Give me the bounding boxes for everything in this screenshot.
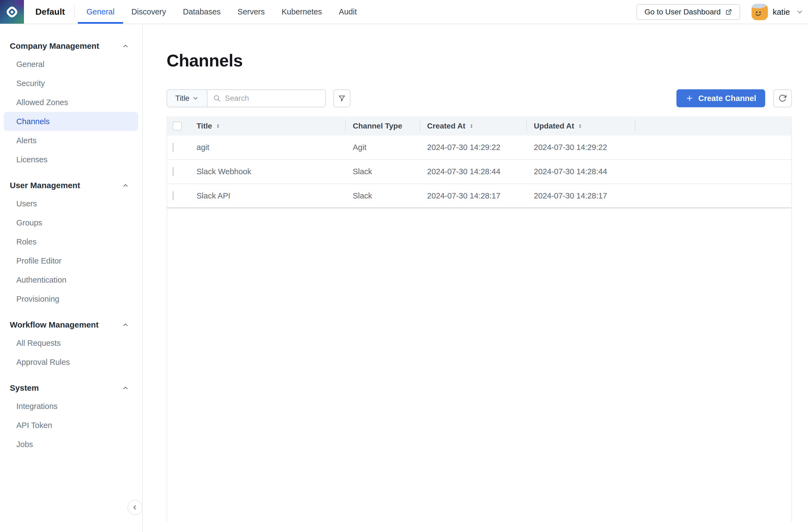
column-header-updated-at[interactable]: Updated At (526, 116, 635, 136)
refresh-button[interactable] (773, 89, 792, 107)
sidebar-section-system: System Integrations API Token Jobs (0, 379, 142, 454)
select-all-checkbox[interactable] (173, 121, 182, 131)
tab-audit[interactable]: Audit (330, 0, 365, 24)
chevron-up-icon (122, 384, 129, 392)
top-navbar: Default General Discovery Databases Serv… (0, 0, 809, 24)
chevron-up-icon (122, 42, 129, 50)
table-row[interactable]: Slack API Slack 2024-07-30 14:28:17 2024… (167, 184, 791, 208)
row-checkbox-cell (167, 191, 191, 200)
tab-discovery[interactable]: Discovery (123, 0, 174, 24)
cell-updated-at: 2024-07-30 14:29:22 (526, 143, 635, 152)
cell-title: Slack Webhook (191, 167, 345, 176)
column-header-channel-type: Channel Type (345, 116, 419, 136)
table-row[interactable]: Slack Webhook Slack 2024-07-30 14:28:44 … (167, 160, 791, 184)
chevron-up-icon (122, 182, 129, 189)
tab-general[interactable]: General (78, 0, 123, 24)
sidebar-item-api-token[interactable]: API Token (4, 416, 138, 435)
main-content: Channels Title Create Channel (143, 24, 809, 532)
avatar-face-icon (752, 4, 768, 20)
go-to-user-dashboard-button[interactable]: Go to User Dashboard (636, 4, 740, 20)
column-label: Channel Type (353, 122, 402, 131)
sidebar-header-user-management[interactable]: User Management (0, 177, 142, 194)
tab-kubernetes[interactable]: Kubernetes (273, 0, 330, 24)
app-logo-icon (5, 5, 19, 19)
sidebar-item-authentication[interactable]: Authentication (4, 270, 138, 289)
chevron-up-icon (122, 321, 129, 328)
plus-icon (685, 94, 693, 102)
sidebar-section-workflow-management: Workflow Management All Requests Approva… (0, 316, 142, 372)
cell-updated-at: 2024-07-30 14:28:44 (526, 167, 635, 176)
sidebar-collapse-button[interactable] (127, 500, 143, 515)
column-label: Title (196, 122, 212, 131)
workspace-name: Default (35, 7, 65, 17)
sidebar-section-title: Workflow Management (10, 320, 99, 329)
go-to-user-dashboard-label: Go to User Dashboard (644, 7, 721, 16)
sidebar-item-users[interactable]: Users (4, 194, 138, 213)
sidebar-section-user-management: User Management Users Groups Roles Profi… (0, 177, 142, 308)
search-input[interactable] (225, 94, 320, 103)
sidebar-item-licenses[interactable]: Licenses (4, 150, 138, 169)
sidebar-section-title: System (10, 383, 39, 393)
sidebar-section-title: Company Management (10, 41, 99, 51)
search-field-selector[interactable]: Title (167, 90, 207, 107)
sidebar-item-groups[interactable]: Groups (4, 213, 138, 232)
table-toolbar: Title Create Channel (167, 89, 792, 107)
sidebar-item-integrations[interactable]: Integrations (4, 397, 138, 416)
search-group: Title (167, 89, 326, 107)
search-box (207, 90, 325, 107)
row-checkbox-cell (167, 143, 191, 152)
row-checkbox[interactable] (173, 143, 174, 152)
settings-sidebar: Company Management General Security Allo… (0, 24, 143, 532)
navbar-right: Go to User Dashboard katie (636, 0, 809, 24)
top-tabs: General Discovery Databases Servers Kube… (78, 0, 365, 24)
app-logo[interactable] (0, 0, 24, 24)
header-checkbox-cell (167, 116, 191, 136)
cell-title: agit (191, 143, 345, 152)
cell-channel-type: Slack (345, 167, 419, 176)
row-checkbox[interactable] (173, 167, 174, 176)
sidebar-item-channels[interactable]: Channels (4, 112, 138, 131)
sidebar-item-security[interactable]: Security (4, 74, 138, 93)
refresh-icon (778, 94, 787, 103)
username: katie (773, 7, 790, 17)
chevron-down-icon (796, 8, 804, 16)
tab-servers[interactable]: Servers (229, 0, 273, 24)
table-row[interactable]: agit Agit 2024-07-30 14:29:22 2024-07-30… (167, 136, 791, 160)
sidebar-header-system[interactable]: System (0, 379, 142, 397)
sidebar-item-roles[interactable]: Roles (4, 232, 138, 251)
cell-created-at: 2024-07-30 14:29:22 (419, 143, 526, 152)
tab-databases[interactable]: Databases (174, 0, 229, 24)
external-link-icon (725, 8, 732, 16)
user-menu-toggle[interactable] (796, 8, 804, 16)
table-header-row: Title Channel Type Created At Updated At (167, 116, 791, 136)
cell-title: Slack API (191, 191, 345, 200)
row-checkbox[interactable] (173, 191, 174, 200)
sidebar-header-company-management[interactable]: Company Management (0, 37, 142, 55)
filter-button[interactable] (333, 89, 350, 107)
column-header-title[interactable]: Title (191, 116, 345, 136)
sidebar-item-all-requests[interactable]: All Requests (4, 333, 138, 353)
sidebar-item-alerts[interactable]: Alerts (4, 131, 138, 150)
column-header-created-at[interactable]: Created At (419, 116, 526, 136)
search-icon (213, 94, 221, 102)
row-checkbox-cell (167, 167, 191, 176)
sidebar-item-allowed-zones[interactable]: Allowed Zones (4, 93, 138, 112)
column-label: Updated At (534, 122, 574, 131)
cell-created-at: 2024-07-30 14:28:17 (419, 191, 526, 200)
sidebar-item-jobs[interactable]: Jobs (4, 435, 138, 454)
column-header-actions (635, 116, 791, 136)
app-shell: Company Management General Security Allo… (0, 24, 809, 532)
sort-arrows-icon (469, 123, 474, 129)
search-field-selector-value: Title (175, 94, 189, 103)
sidebar-item-approval-rules[interactable]: Approval Rules (4, 353, 138, 372)
sidebar-item-provisioning[interactable]: Provisioning (4, 289, 138, 308)
sidebar-item-profile-editor[interactable]: Profile Editor (4, 251, 138, 270)
user-avatar[interactable] (752, 4, 768, 20)
sidebar-header-workflow-management[interactable]: Workflow Management (0, 316, 142, 333)
sidebar-item-general[interactable]: General (4, 55, 138, 74)
page-title: Channels (167, 51, 792, 70)
cell-channel-type: Agit (345, 143, 419, 152)
create-channel-button[interactable]: Create Channel (676, 89, 765, 107)
sidebar-section-company-management: Company Management General Security Allo… (0, 37, 142, 169)
create-channel-label: Create Channel (698, 94, 756, 103)
